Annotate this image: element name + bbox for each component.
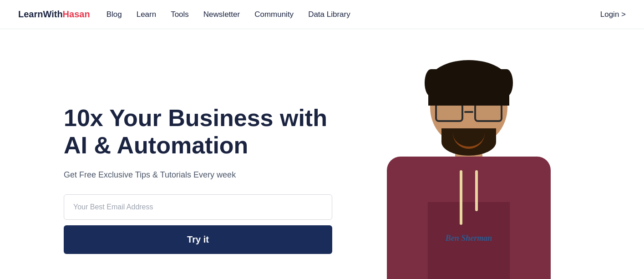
person-hair-side-right [500, 69, 513, 96]
hoodie-string-left [460, 170, 462, 225]
hoodie-brand: Ben Sherman [446, 233, 492, 243]
nav-tools[interactable]: Tools [171, 10, 189, 19]
hero-title: 10x Your Business with AI & Automation [64, 105, 337, 159]
nav-community[interactable]: Community [254, 10, 294, 19]
hero-content: 10x Your Business with AI & Automation G… [64, 96, 337, 254]
hero-subtitle: Get Free Exclusive Tips & Tutorials Ever… [64, 170, 337, 180]
logo-hasan: Hasan [63, 9, 90, 19]
person-hair [428, 60, 509, 106]
glasses-bridge [464, 111, 473, 113]
header-left: LearnWithHasan Blog Learn Tools Newslett… [18, 9, 350, 20]
hero-image: Ben Sherman [337, 56, 601, 279]
email-input[interactable] [64, 194, 332, 220]
hoodie-string-right [475, 170, 478, 211]
person-hair-side-left [425, 69, 437, 96]
logo-learn-with: LearnWith [18, 9, 63, 19]
logo[interactable]: LearnWithHasan [18, 9, 90, 20]
header: LearnWithHasan Blog Learn Tools Newslett… [0, 0, 644, 29]
hero-section: 10x Your Business with AI & Automation G… [0, 29, 644, 279]
nav-data-library[interactable]: Data Library [308, 10, 350, 19]
person-body: Ben Sherman [387, 157, 551, 279]
main-nav: Blog Learn Tools Newsletter Community Da… [106, 10, 350, 19]
nav-learn[interactable]: Learn [137, 10, 156, 19]
glasses-frame-left [435, 103, 463, 122]
glasses-frame-right [474, 103, 502, 122]
person-figure: Ben Sherman [360, 56, 578, 279]
nav-blog[interactable]: Blog [106, 10, 122, 19]
login-link[interactable]: Login > [600, 10, 626, 19]
nav-newsletter[interactable]: Newsletter [203, 10, 240, 19]
try-button[interactable]: Try it [64, 225, 332, 254]
